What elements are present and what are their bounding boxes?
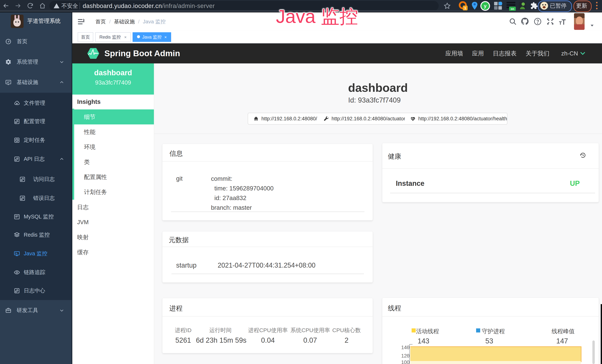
svg-text:on: on [511, 7, 514, 11]
svg-text:y: y [484, 3, 487, 9]
svg-text:1: 1 [464, 6, 466, 10]
